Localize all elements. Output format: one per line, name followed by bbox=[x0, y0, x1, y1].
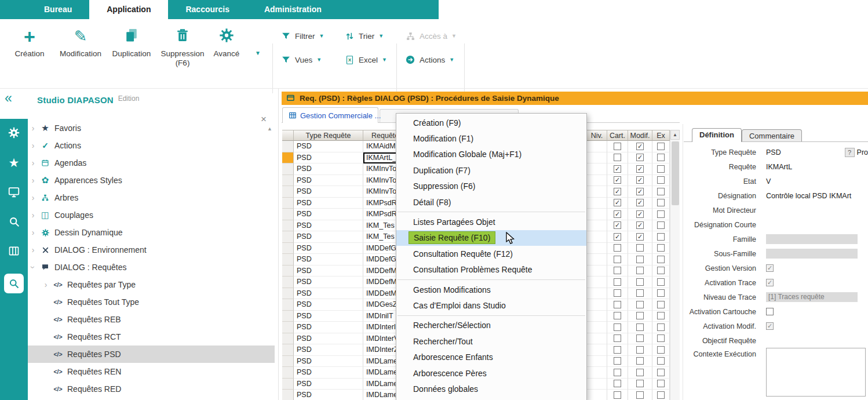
expander-icon[interactable]: › bbox=[28, 228, 38, 237]
row-selector[interactable] bbox=[282, 299, 294, 311]
cell-cartouche[interactable] bbox=[607, 163, 628, 175]
exe-checkbox[interactable] bbox=[657, 221, 665, 229]
cell-type-requete[interactable]: PSD bbox=[294, 333, 363, 345]
cell-type-requete[interactable]: PSD bbox=[294, 277, 363, 288]
modif-checkbox[interactable] bbox=[636, 165, 644, 173]
modif-checkbox[interactable] bbox=[636, 346, 644, 354]
cell-exe[interactable] bbox=[652, 163, 670, 175]
cartouche-checkbox[interactable] bbox=[614, 301, 621, 308]
cell-cartouche[interactable] bbox=[607, 175, 628, 187]
cell-exe[interactable] bbox=[652, 344, 670, 356]
tree-item[interactable]: </> Requêtes REN bbox=[28, 363, 275, 380]
cell-cartouche[interactable] bbox=[607, 288, 628, 300]
cell-type-requete[interactable]: PSD bbox=[294, 367, 363, 379]
cell-modif[interactable] bbox=[628, 198, 652, 209]
exe-checkbox[interactable] bbox=[657, 176, 665, 184]
cell-cartouche[interactable] bbox=[607, 152, 628, 164]
collapse-sidebar-icon[interactable]: « bbox=[5, 90, 12, 106]
cartouche-checkbox[interactable] bbox=[614, 323, 621, 331]
cell-type-requete[interactable]: PSD bbox=[294, 141, 363, 152]
modif-checkbox[interactable] bbox=[636, 301, 644, 308]
cell-modif[interactable] bbox=[628, 175, 652, 187]
cartouche-checkbox[interactable] bbox=[614, 165, 621, 173]
context-menu-item[interactable]: Gestion Modifications bbox=[396, 282, 586, 297]
cell-exe[interactable] bbox=[652, 209, 670, 220]
cell-exe[interactable] bbox=[652, 186, 670, 198]
context-menu-item[interactable]: Consultation Problèmes Requête bbox=[396, 262, 586, 278]
cell-niveau[interactable] bbox=[587, 322, 607, 333]
context-menu-item[interactable]: Duplication (F7) bbox=[396, 162, 586, 178]
cell-modif[interactable] bbox=[628, 333, 652, 345]
modif-checkbox[interactable] bbox=[636, 188, 644, 195]
advanced-search-icon[interactable] bbox=[4, 274, 24, 293]
expander-icon[interactable]: › bbox=[28, 193, 38, 202]
execution-context-box[interactable] bbox=[766, 348, 866, 397]
exe-checkbox[interactable] bbox=[657, 154, 665, 161]
context-menu-item[interactable]: Création (F9) bbox=[396, 115, 586, 130]
desktop-icon[interactable] bbox=[7, 185, 21, 199]
cell-modif[interactable] bbox=[628, 209, 652, 220]
table-icon[interactable] bbox=[7, 244, 21, 258]
tab-commentaire[interactable]: Commentaire bbox=[742, 129, 802, 141]
cell-modif[interactable] bbox=[628, 322, 652, 333]
cell-modif[interactable] bbox=[628, 277, 652, 288]
cell-type-requete[interactable]: PSD bbox=[294, 344, 363, 356]
header-exe[interactable]: Ex bbox=[652, 130, 670, 141]
exe-checkbox[interactable] bbox=[657, 312, 665, 319]
row-selector[interactable] bbox=[282, 356, 294, 368]
cell-exe[interactable] bbox=[652, 390, 670, 400]
tab-administration[interactable]: Administration bbox=[247, 0, 339, 19]
cell-exe[interactable] bbox=[652, 356, 670, 368]
modif-checkbox[interactable] bbox=[636, 210, 644, 218]
cell-modif[interactable] bbox=[628, 243, 652, 254]
cell-type-requete[interactable]: PSD bbox=[294, 390, 363, 400]
modif-checkbox[interactable] bbox=[636, 289, 644, 297]
row-selector[interactable] bbox=[282, 141, 294, 152]
tree-item[interactable]: › Arbres bbox=[28, 189, 275, 206]
modif-checkbox[interactable] bbox=[636, 143, 644, 150]
cell-exe[interactable] bbox=[652, 152, 670, 164]
suppression-button[interactable]: Suppression (F6) bbox=[157, 24, 208, 68]
row-selector[interactable] bbox=[282, 198, 294, 209]
modif-checkbox[interactable] bbox=[636, 267, 644, 274]
cell-exe[interactable] bbox=[652, 266, 670, 277]
context-menu-item[interactable]: Arborescence Enfants bbox=[396, 349, 586, 365]
cell-exe[interactable] bbox=[652, 299, 670, 311]
cell-cartouche[interactable] bbox=[607, 198, 628, 209]
cell-modif[interactable] bbox=[628, 299, 652, 311]
context-menu-item[interactable]: Modification Globale (Maj+F1) bbox=[396, 147, 586, 162]
cell-exe[interactable] bbox=[652, 379, 670, 390]
row-selector[interactable] bbox=[282, 186, 294, 198]
cell-cartouche[interactable] bbox=[607, 209, 628, 220]
row-selector[interactable] bbox=[282, 390, 294, 400]
settings-icon[interactable] bbox=[7, 126, 21, 140]
row-selector[interactable] bbox=[282, 243, 294, 254]
row-selector[interactable] bbox=[282, 322, 294, 333]
cell-niveau[interactable] bbox=[587, 277, 607, 288]
row-selector[interactable] bbox=[282, 367, 294, 379]
cell-niveau[interactable] bbox=[587, 231, 607, 243]
cell-modif[interactable] bbox=[628, 254, 652, 266]
expander-icon[interactable]: › bbox=[28, 210, 38, 220]
duplication-button[interactable]: Duplication bbox=[106, 24, 157, 68]
context-menu-item[interactable]: Modification (F1) bbox=[396, 130, 586, 146]
cell-type-requete[interactable]: PSD bbox=[294, 220, 363, 232]
modif-checkbox[interactable] bbox=[636, 369, 644, 376]
cell-cartouche[interactable] bbox=[607, 379, 628, 390]
cell-exe[interactable] bbox=[652, 220, 670, 232]
cell-niveau[interactable] bbox=[587, 288, 607, 300]
trier-button[interactable]: Trier ▼ bbox=[344, 30, 384, 42]
tab-raccourcis[interactable]: Raccourcis bbox=[168, 0, 246, 19]
cartouche-checkbox[interactable] bbox=[614, 256, 621, 263]
cell-modif[interactable] bbox=[628, 163, 652, 175]
cell-cartouche[interactable] bbox=[607, 333, 628, 345]
tree-item[interactable]: › Agendas bbox=[28, 154, 275, 172]
cartouche-checkbox[interactable] bbox=[614, 346, 621, 354]
cell-modif[interactable] bbox=[628, 152, 652, 164]
cell-cartouche[interactable] bbox=[607, 277, 628, 288]
expander-icon[interactable]: › bbox=[28, 158, 38, 168]
modif-checkbox[interactable] bbox=[636, 312, 644, 319]
context-menu-item[interactable]: Suppression (F6) bbox=[396, 179, 586, 194]
context-menu-item[interactable]: Détail (F8) bbox=[396, 194, 586, 210]
avance-dropdown-caret-icon[interactable]: ▼ bbox=[255, 50, 261, 56]
